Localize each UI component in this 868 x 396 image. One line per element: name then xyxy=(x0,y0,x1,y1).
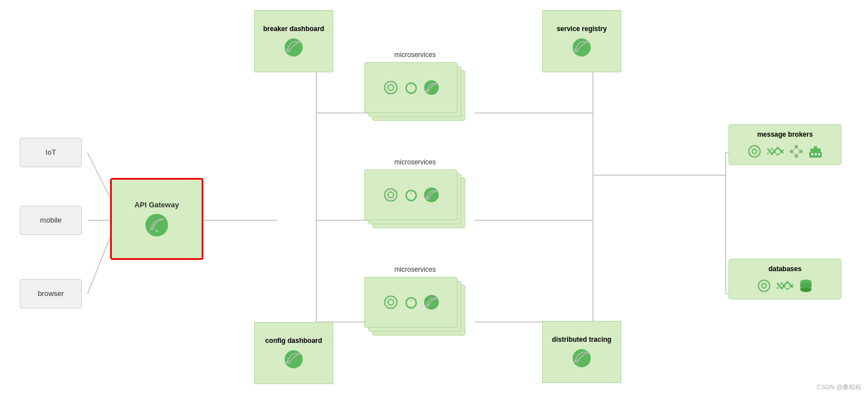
config-dashboard-label: config dashboard xyxy=(265,337,322,345)
svg-line-81 xyxy=(796,147,801,151)
iot-label: IoT xyxy=(46,148,56,158)
distributed-tracing-icon xyxy=(570,348,593,368)
microservices-top-node: microservices xyxy=(364,62,466,124)
config-dashboard-node: config dashboard xyxy=(254,322,333,384)
ms-bottom-gear-icon xyxy=(383,294,399,310)
api-gateway-label: API Gateway xyxy=(134,201,179,209)
svg-point-30 xyxy=(388,85,394,90)
message-brokers-node: message brokers xyxy=(729,124,841,165)
microservices-top-label: microservices xyxy=(364,51,466,59)
service-registry-node: service registry xyxy=(542,10,621,72)
microservices-mid-label: microservices xyxy=(364,158,466,166)
browser-node: browser xyxy=(20,279,82,308)
db-exchange-icon xyxy=(776,278,794,293)
svg-point-70 xyxy=(749,146,760,157)
svg-point-69 xyxy=(573,349,591,367)
diagram-container: IoT mobile browser API Gateway ↖ breaker… xyxy=(0,0,868,396)
svg-rect-86 xyxy=(817,149,821,153)
ms-top-gear-icon xyxy=(383,80,399,95)
svg-point-41 xyxy=(424,80,439,95)
watermark: CSDN @桑程程 xyxy=(817,383,861,391)
svg-point-92 xyxy=(762,284,766,288)
broker-nodes-icon xyxy=(789,144,804,159)
svg-point-67 xyxy=(424,295,439,310)
breaker-dashboard-node: breaker dashboard xyxy=(254,10,333,72)
svg-line-83 xyxy=(792,151,796,156)
ms-bottom-power-icon xyxy=(403,294,419,310)
svg-point-101 xyxy=(800,283,812,288)
distributed-tracing-node: distributed tracing xyxy=(542,321,621,383)
browser-label: browser xyxy=(38,289,64,299)
svg-rect-88 xyxy=(812,153,813,155)
svg-point-28 xyxy=(573,38,591,56)
svg-rect-87 xyxy=(814,146,817,153)
databases-label: databases xyxy=(769,265,802,273)
broker-gear-icon xyxy=(747,144,762,159)
message-brokers-label: message brokers xyxy=(757,130,813,138)
broker-exchange-icon xyxy=(766,144,784,159)
svg-rect-89 xyxy=(815,153,817,155)
distributed-tracing-label: distributed tracing xyxy=(552,336,611,343)
api-gateway-icon: ↖ xyxy=(144,212,169,238)
ms-bottom-spring-icon xyxy=(424,294,439,310)
service-registry-label: service registry xyxy=(557,25,607,33)
ms-mid-gear-icon xyxy=(383,187,399,203)
svg-line-2 xyxy=(88,237,110,294)
ms-top-spring-icon xyxy=(424,80,439,95)
microservices-bottom-node: microservices xyxy=(364,277,466,339)
service-registry-icon xyxy=(570,37,593,58)
svg-line-80 xyxy=(792,147,796,151)
breaker-dashboard-label: breaker dashboard xyxy=(263,25,324,33)
svg-point-71 xyxy=(752,149,757,154)
svg-rect-85 xyxy=(810,149,814,153)
svg-point-68 xyxy=(285,350,303,368)
mobile-node: mobile xyxy=(20,206,82,235)
svg-point-43 xyxy=(388,192,394,198)
svg-rect-90 xyxy=(818,153,820,155)
db-cylinder-icon xyxy=(799,278,813,293)
api-gateway-node: API Gateway ↖ xyxy=(110,178,203,260)
svg-text:↖: ↖ xyxy=(155,229,159,234)
svg-point-54 xyxy=(424,188,439,202)
svg-point-91 xyxy=(758,280,770,291)
iot-node: IoT xyxy=(20,138,82,167)
breaker-dashboard-icon xyxy=(282,37,305,58)
mobile-label: mobile xyxy=(40,216,62,225)
svg-point-27 xyxy=(285,38,303,56)
svg-line-0 xyxy=(88,153,110,198)
db-gear-icon xyxy=(757,278,771,293)
microservices-bottom-label: microservices xyxy=(364,266,466,273)
svg-line-82 xyxy=(796,151,801,156)
databases-node: databases xyxy=(729,259,841,299)
config-dashboard-icon xyxy=(282,349,305,369)
broker-factory-icon xyxy=(808,144,823,159)
ms-mid-power-icon xyxy=(403,187,419,203)
svg-point-99 xyxy=(800,288,812,292)
ms-top-power-icon xyxy=(403,80,419,95)
microservices-mid-node: microservices xyxy=(364,169,466,232)
ms-mid-spring-icon xyxy=(424,187,439,203)
svg-point-56 xyxy=(388,299,394,305)
